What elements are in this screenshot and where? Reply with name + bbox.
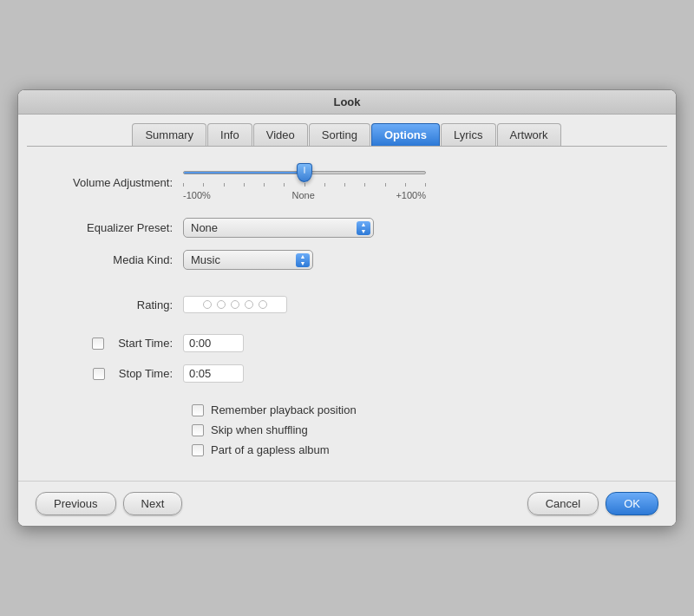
tab-artwork[interactable]: Artwork xyxy=(497,123,561,146)
tick xyxy=(244,183,245,187)
rating-dot-1[interactable] xyxy=(203,300,212,309)
tab-video[interactable]: Video xyxy=(253,123,308,146)
bottom-left-buttons: Previous Next xyxy=(36,492,182,515)
tick xyxy=(183,183,184,187)
media-kind-select[interactable]: MusicMovieTV ShowPodcastiTunes UBookRing… xyxy=(183,250,313,270)
ok-button[interactable]: OK xyxy=(606,492,658,515)
main-window: Look Summary Info Video Sorting Options … xyxy=(17,89,677,527)
previous-button[interactable]: Previous xyxy=(36,492,116,515)
tab-summary[interactable]: Summary xyxy=(132,123,206,146)
gapless-row: Part of a gapless album xyxy=(192,443,650,456)
rating-dot-2[interactable] xyxy=(217,300,226,309)
start-time-label-group: Start Time: xyxy=(44,337,183,350)
stop-time-input[interactable] xyxy=(183,364,244,383)
tick xyxy=(405,183,406,187)
tab-sorting[interactable]: Sorting xyxy=(309,123,370,146)
skip-shuffling-row: Skip when shuffling xyxy=(192,423,650,436)
tick xyxy=(364,183,365,187)
slider-labels: -100% None +100% xyxy=(183,190,426,200)
slider-ticks xyxy=(183,181,426,188)
rating-dot-5[interactable] xyxy=(259,300,267,309)
next-button[interactable]: Next xyxy=(123,492,183,515)
tab-options[interactable]: Options xyxy=(371,123,440,146)
window-title: Look xyxy=(333,95,360,108)
stop-time-checkbox[interactable] xyxy=(93,368,105,380)
rating-dot-4[interactable] xyxy=(245,300,253,309)
tick xyxy=(425,183,426,187)
bottom-bar: Previous Next Cancel OK xyxy=(18,481,676,526)
tick xyxy=(264,183,265,187)
equalizer-label: Equalizer Preset: xyxy=(44,221,183,234)
stop-time-label-group: Stop Time: xyxy=(44,367,183,380)
remember-playback-checkbox[interactable] xyxy=(192,404,204,416)
start-time-row: Start Time: xyxy=(44,334,650,352)
start-time-checkbox[interactable] xyxy=(92,337,104,350)
rating-control[interactable] xyxy=(183,296,287,313)
tick xyxy=(324,183,325,187)
gapless-label: Part of a gapless album xyxy=(211,443,330,456)
volume-row: Volume Adjustment: xyxy=(44,164,650,200)
skip-shuffling-checkbox[interactable] xyxy=(192,424,204,436)
media-kind-label: Media Kind: xyxy=(44,253,183,266)
slider-fill xyxy=(184,172,304,174)
media-kind-row: Media Kind: MusicMovieTV ShowPodcastiTun… xyxy=(44,250,650,270)
slider-thumb[interactable] xyxy=(297,163,312,182)
start-time-input[interactable] xyxy=(183,334,244,352)
rating-dot-3[interactable] xyxy=(231,300,239,309)
tick xyxy=(304,183,305,187)
tick xyxy=(203,183,204,187)
remember-playback-row: Remember playback position xyxy=(192,403,650,416)
tab-bar: Summary Info Video Sorting Options Lyric… xyxy=(18,115,676,146)
volume-slider[interactable] xyxy=(183,164,426,181)
equalizer-select-wrapper: NoneAcousticBass BoosterClassicalDanceEl… xyxy=(183,218,374,238)
tick xyxy=(385,183,386,187)
bottom-right-buttons: Cancel OK xyxy=(527,492,658,515)
title-bar: Look xyxy=(18,90,676,115)
volume-slider-wrapper: -100% None +100% xyxy=(183,164,426,200)
stop-time-label: Stop Time: xyxy=(119,367,173,380)
volume-mid-label: None xyxy=(291,190,314,200)
gapless-checkbox[interactable] xyxy=(192,444,204,456)
remember-playback-label: Remember playback position xyxy=(211,403,357,416)
media-kind-select-wrapper: MusicMovieTV ShowPodcastiTunes UBookRing… xyxy=(183,250,313,270)
skip-shuffling-label: Skip when shuffling xyxy=(211,423,308,436)
rating-row: Rating: xyxy=(44,296,650,313)
equalizer-select[interactable]: NoneAcousticBass BoosterClassicalDanceEl… xyxy=(183,218,374,238)
stop-time-row: Stop Time: xyxy=(44,364,650,383)
volume-label: Volume Adjustment: xyxy=(44,176,183,189)
tab-lyrics[interactable]: Lyrics xyxy=(441,123,495,146)
volume-max-label: +100% xyxy=(396,190,426,200)
tab-info[interactable]: Info xyxy=(207,123,252,146)
volume-min-label: -100% xyxy=(183,190,211,200)
equalizer-row: Equalizer Preset: NoneAcousticBass Boost… xyxy=(44,218,650,238)
tick xyxy=(284,183,285,187)
tick xyxy=(344,183,345,187)
start-time-label: Start Time: xyxy=(118,337,173,350)
tick xyxy=(224,183,225,187)
rating-label: Rating: xyxy=(44,298,183,311)
cancel-button[interactable]: Cancel xyxy=(527,492,599,515)
main-content: Volume Adjustment: xyxy=(18,147,676,481)
